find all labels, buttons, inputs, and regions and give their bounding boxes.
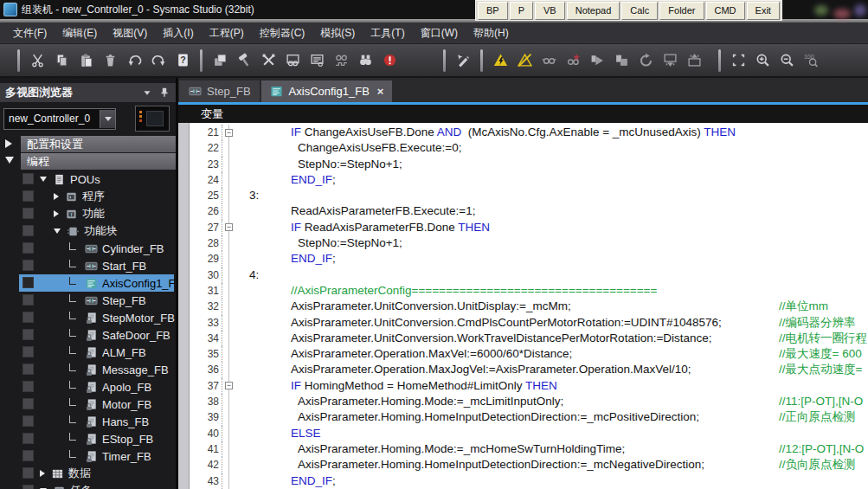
- tree-item-程序[interactable]: 程序: [0, 188, 176, 205]
- code-line-24[interactable]: 24END_IF;: [190, 172, 868, 188]
- menu-item-8[interactable]: 窗口(W): [413, 23, 466, 43]
- redo-button[interactable]: [149, 51, 168, 70]
- tree-item-POUs[interactable]: POUs: [0, 171, 176, 188]
- tree-item-Motor_FB[interactable]: Motor_FB: [0, 396, 176, 413]
- code-line-40[interactable]: 40ELSE: [190, 426, 868, 441]
- tree-item-Cylinder_FB[interactable]: Cylinder_FB: [0, 240, 176, 257]
- code-line-28[interactable]: 28StepNo:=StepNo+1;: [190, 235, 868, 251]
- code-line-38[interactable]: 38AxisPrarameter.Homing.Mode:=_mcLimitIn…: [190, 394, 868, 409]
- tree-item-功能块[interactable]: 功能块: [0, 222, 176, 240]
- watch-window-button[interactable]: [283, 51, 302, 70]
- tree-item-数据[interactable]: 数据: [0, 465, 176, 482]
- transfer-to-controller-button[interactable]: [660, 51, 679, 70]
- delete-button[interactable]: [100, 51, 119, 70]
- quick-launch-calc-button[interactable]: Calc: [621, 2, 658, 20]
- tree-item-Hans_FB[interactable]: Hans_FB: [0, 413, 176, 430]
- section-bar[interactable]: 编程: [21, 153, 176, 170]
- code-line-23[interactable]: 23StepNo:=StepNo+1;: [190, 157, 868, 172]
- expand-arrow-icon[interactable]: [54, 193, 59, 200]
- quick-launch-vb-button[interactable]: VB: [535, 2, 565, 20]
- menu-item-0[interactable]: 文件(F): [5, 23, 55, 43]
- code-line-21[interactable]: 21−IF ChangeAxisUseFB.Done AND (McAxisNo…: [190, 125, 868, 140]
- editor-tab-AxisConfig1_FB[interactable]: AxisConfig1_FB×: [261, 80, 393, 102]
- tree-item-Message_FB[interactable]: Message_FB: [0, 361, 176, 378]
- undo-button[interactable]: [125, 51, 144, 70]
- collapse-arrow-icon[interactable]: [5, 157, 14, 164]
- edit-tool-button[interactable]: [453, 51, 473, 70]
- quick-launch-p-button[interactable]: P: [510, 2, 533, 20]
- step-monitor-button[interactable]: [331, 51, 350, 70]
- tree-item-EStop_FB[interactable]: EStop_FB: [0, 430, 176, 447]
- build-button[interactable]: [235, 51, 254, 70]
- code-line-27[interactable]: 27−IF ReadAxisParameterFB.Done THEN: [190, 220, 868, 235]
- expand-arrow-icon[interactable]: [54, 210, 59, 217]
- expand-arrow-icon[interactable]: [5, 139, 12, 148]
- zoom-out-button[interactable]: [777, 51, 796, 70]
- menu-item-1[interactable]: 编辑(E): [55, 23, 105, 43]
- tree-item-StepMotor_FB[interactable]: StepMotor_FB: [0, 309, 176, 326]
- go-offline-button[interactable]: [515, 51, 534, 70]
- pin-icon[interactable]: [158, 87, 170, 99]
- tree-item-Start_FB[interactable]: Start_FB: [0, 257, 176, 274]
- controller-select[interactable]: new_Controller_0: [3, 108, 116, 130]
- fold-collapse-icon[interactable]: −: [225, 382, 233, 389]
- cut-button[interactable]: [28, 51, 47, 70]
- sim-stop-button[interactable]: [612, 51, 631, 70]
- io-map-button[interactable]: [307, 51, 326, 70]
- st-code-editor[interactable]: 21−IF ChangeAxisUseFB.Done AND (McAxisNo…: [178, 123, 868, 489]
- paste-button[interactable]: [76, 51, 95, 70]
- section-0[interactable]: 配置和设置: [0, 136, 176, 152]
- code-line-25[interactable]: 253:: [190, 188, 868, 203]
- zoom-100-button[interactable]: 100: [801, 51, 820, 70]
- close-icon[interactable]: ×: [377, 86, 384, 97]
- collapse-arrow-icon[interactable]: [40, 177, 47, 182]
- code-line-37[interactable]: 37−IF HomingMethod = HomeMethod#LimitOnl…: [190, 378, 868, 394]
- code-line-42[interactable]: 42AxisPrarameter.Homing.HomeInputDetecti…: [190, 457, 868, 473]
- panel-menu-chevron-down-icon[interactable]: [141, 87, 153, 99]
- collapse-arrow-icon[interactable]: [54, 228, 61, 234]
- fold-collapse-icon[interactable]: −: [225, 129, 233, 137]
- search-button[interactable]: [356, 51, 375, 70]
- controller-select-dropdown-button[interactable]: [100, 110, 115, 128]
- quick-launch-exit-button[interactable]: Exit: [747, 2, 780, 20]
- menu-item-7[interactable]: 工具(T): [363, 23, 412, 43]
- tree-item-Step_FB[interactable]: Step_FB: [0, 292, 176, 309]
- section-1[interactable]: 编程: [0, 153, 176, 170]
- zoom-in-button[interactable]: [753, 51, 772, 70]
- code-line-43[interactable]: 43END_IF;: [190, 473, 868, 489]
- monitor-stop-button[interactable]: [563, 51, 582, 70]
- menu-item-6[interactable]: 模拟(S): [312, 23, 363, 43]
- window-switch-button[interactable]: [210, 51, 229, 70]
- code-line-34[interactable]: 34AxisPrarameter.UnitConversion.WorkTrav…: [190, 331, 868, 346]
- editor-tab-Step_FB[interactable]: Step_FB: [179, 80, 260, 102]
- tree-item-Apolo_FB[interactable]: Apolo_FB: [0, 378, 176, 396]
- code-line-39[interactable]: 39AxisPrarameter.Homing.HomeInputDetecti…: [190, 409, 868, 425]
- code-line-36[interactable]: 36AxisPrarameter.Operation.MaxJogVel:=Ax…: [190, 362, 868, 377]
- variables-bar[interactable]: 变量: [178, 105, 868, 123]
- tree-item-SafeDoor_FB[interactable]: SafeDoor_FB: [0, 326, 176, 344]
- code-line-32[interactable]: 32AxisPrarameter.UnitConversion.UnitDisp…: [190, 299, 868, 314]
- zoom-fit-button[interactable]: [729, 51, 748, 70]
- menu-item-4[interactable]: 工程(P): [202, 23, 252, 43]
- quick-launch-bp-button[interactable]: BP: [478, 2, 508, 20]
- code-line-26[interactable]: 26ReadAxisParameterFB.Execute:=1;: [190, 203, 868, 219]
- sim-run-button[interactable]: [588, 51, 607, 70]
- transfer-from-controller-button[interactable]: [685, 51, 704, 70]
- copy-button[interactable]: [52, 51, 71, 70]
- code-line-33[interactable]: 33AxisPrarameter.UnitConversion.CmdPlsCo…: [190, 315, 868, 331]
- section-bar[interactable]: 配置和设置: [21, 136, 176, 152]
- fold-collapse-icon[interactable]: −: [225, 223, 233, 231]
- code-line-30[interactable]: 304:: [190, 267, 868, 283]
- rebuild-button[interactable]: [259, 51, 278, 70]
- code-line-31[interactable]: 31//AxisPrarameterConfig================…: [190, 283, 868, 299]
- quick-launch-notepad-button[interactable]: Notepad: [567, 2, 620, 20]
- expand-arrow-icon[interactable]: [40, 470, 45, 477]
- code-line-41[interactable]: 41AxisPrarameter.Homing.Mode:=_mcHomeSwT…: [190, 441, 868, 457]
- code-line-29[interactable]: 29END_IF;: [190, 251, 868, 267]
- error-list-button[interactable]: [380, 51, 399, 70]
- quick-launch-cmd-button[interactable]: CMD: [706, 2, 745, 20]
- code-line-35[interactable]: 35AxisPrarameter.Operation.MaxVel:=6000/…: [190, 346, 868, 362]
- menu-item-3[interactable]: 插入(I): [155, 23, 201, 43]
- code-line-22[interactable]: 22ChangeAxisUseFB.Execute:=0;: [190, 140, 868, 156]
- go-online-button[interactable]: [491, 51, 510, 70]
